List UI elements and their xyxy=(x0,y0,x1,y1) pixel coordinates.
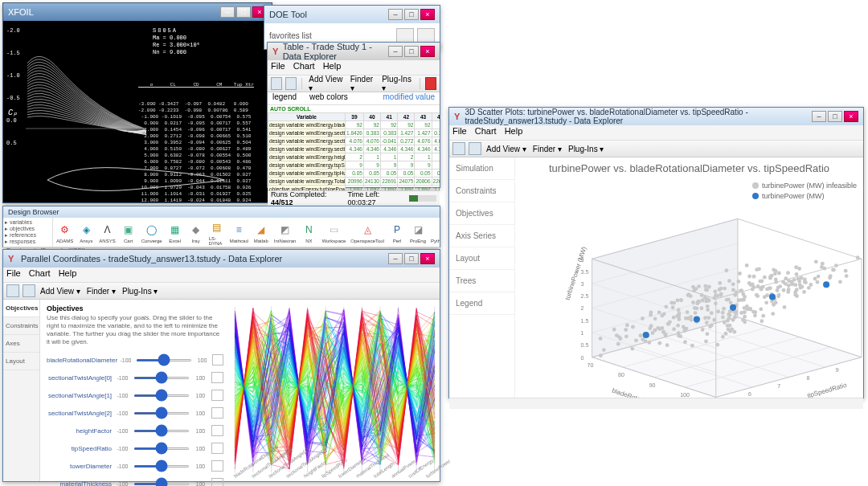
menu-help[interactable]: Help xyxy=(59,268,77,281)
minimize-button[interactable]: – xyxy=(812,111,826,122)
component-ansys[interactable]: Λ ANSYS xyxy=(99,222,115,243)
sidetab-objectives[interactable]: Objectives xyxy=(3,300,39,317)
ribbon-titlebar[interactable]: Design Browser xyxy=(3,206,440,218)
save-icon[interactable] xyxy=(452,142,465,155)
record-icon[interactable] xyxy=(425,77,436,90)
add-view-dropdown[interactable]: Add View ▾ xyxy=(39,287,82,296)
objective-slider[interactable] xyxy=(133,430,190,432)
parallel-coord-window: Y Parallel Coordinates - tradeStudy_answ… xyxy=(2,249,440,482)
scatter-3d-canvas[interactable]: 00.511.522.533.547080901001105678910turb… xyxy=(515,179,863,398)
para-titlebar[interactable]: Y Parallel Coordinates - tradeStudy_answ… xyxy=(3,250,440,268)
menu-file[interactable]: File xyxy=(271,61,285,74)
plugins-dropdown[interactable]: Plug-Ins ▾ xyxy=(380,75,415,92)
objective-slider[interactable] xyxy=(133,412,190,415)
minimize-button[interactable]: – xyxy=(388,253,403,264)
minimize-button[interactable]: – xyxy=(220,6,235,18)
minimize-button[interactable]: – xyxy=(388,46,403,57)
sidetab-constraints[interactable]: Constraints xyxy=(3,317,39,335)
add-view-dropdown[interactable]: Add View ▾ xyxy=(485,145,528,153)
table-titlebar[interactable]: Y Table - Trade Study 1 - Data Explorer … xyxy=(268,43,440,60)
component-cart[interactable]: ▣ Cart xyxy=(121,222,137,243)
sidetab-axes[interactable]: Axes xyxy=(3,335,39,353)
objective-slider[interactable] xyxy=(133,465,190,468)
sidetab-objectives[interactable]: Objectives xyxy=(449,202,514,225)
maximize-button[interactable]: □ xyxy=(236,6,251,18)
sidetab-axisseries[interactable]: Axis Series xyxy=(449,225,514,247)
maximize-button[interactable]: □ xyxy=(404,46,419,57)
objective-value-box[interactable] xyxy=(211,443,223,454)
menu-help[interactable]: Help xyxy=(505,126,523,139)
objective-slider[interactable] xyxy=(133,447,190,450)
menu-chart[interactable]: Chart xyxy=(293,61,315,74)
scatter-titlebar[interactable]: Y 3D Scatter Plots: turbinePower vs. bla… xyxy=(449,108,863,125)
component-ansys[interactable]: ◈ Ansys xyxy=(78,222,94,243)
objective-value-box[interactable] xyxy=(211,407,223,419)
component-workspace[interactable]: ▭ Workspace xyxy=(321,222,346,243)
menu-chart[interactable]: Chart xyxy=(475,126,497,139)
objective-value-box[interactable] xyxy=(211,390,223,401)
tab-legend[interactable]: legend xyxy=(272,92,297,104)
maximize-button[interactable]: □ xyxy=(404,9,419,20)
plugins-dropdown[interactable]: Plug-Ins ▾ xyxy=(121,287,159,296)
finder-dropdown[interactable]: Finder ▾ xyxy=(349,75,377,92)
objective-slider[interactable] xyxy=(133,483,190,485)
data-grid[interactable]: AUTO SCROLL Variable394041424344design v… xyxy=(268,105,440,190)
component-intnastran[interactable]: ◩ IntNastran xyxy=(274,222,297,243)
tab-webcolors[interactable]: web colors xyxy=(309,92,348,104)
component-matlab[interactable]: ◢ Matlab xyxy=(253,222,269,243)
component-python2vars[interactable]: ▶ Python2vars xyxy=(431,222,440,243)
sidetab-simulation[interactable]: Simulation xyxy=(449,157,514,180)
parallel-coord-plot[interactable]: bladeRotationalDiametersectionalTwistAng… xyxy=(230,300,440,481)
close-button[interactable]: × xyxy=(420,46,435,57)
maximize-button[interactable]: □ xyxy=(404,253,419,264)
model-tree[interactable]: ▸ variables▸ objectives▸ references▸ res… xyxy=(3,218,53,247)
scatter-plot-area[interactable]: turbinePower vs. bladeRotationalDiameter… xyxy=(515,157,863,398)
objective-value-box[interactable] xyxy=(211,460,223,472)
objective-slider[interactable] xyxy=(133,377,190,379)
doe-titlebar[interactable]: DOE Tool –□× xyxy=(264,6,440,23)
objective-slider[interactable] xyxy=(133,394,190,397)
finder-dropdown[interactable]: Finder ▾ xyxy=(85,287,117,296)
save-icon[interactable] xyxy=(271,77,282,90)
close-button[interactable]: × xyxy=(844,111,858,122)
sidetab-layout[interactable]: Layout xyxy=(449,247,514,270)
svg-point-145 xyxy=(631,325,635,329)
component-converge[interactable]: ◯ Converge xyxy=(141,222,162,243)
component-mathcad[interactable]: ≡ Mathcad xyxy=(230,222,248,243)
component-excel[interactable]: ▦ Excel xyxy=(167,222,183,243)
objective-value-box[interactable] xyxy=(211,478,223,486)
component-ls-dyna[interactable]: ▤ LS-DYNA xyxy=(209,219,225,246)
menu-file[interactable]: File xyxy=(6,268,21,281)
print-icon[interactable] xyxy=(23,284,35,297)
save-icon[interactable] xyxy=(6,284,19,297)
close-button[interactable]: × xyxy=(420,253,435,264)
component-perl[interactable]: P Perl xyxy=(389,222,405,243)
sidetab-layout[interactable]: Layout xyxy=(3,353,39,370)
close-button[interactable]: × xyxy=(420,9,435,20)
objective-slider[interactable] xyxy=(136,359,192,361)
add-view-dropdown[interactable]: Add View ▾ xyxy=(307,75,345,92)
print-icon[interactable] xyxy=(285,77,297,90)
sidetab-constraints[interactable]: Constraints xyxy=(449,180,514,202)
menu-help[interactable]: Help xyxy=(323,61,342,74)
print-icon[interactable] xyxy=(469,142,481,155)
component-proeng[interactable]: ◪ ProEng xyxy=(410,222,426,243)
menu-file[interactable]: File xyxy=(452,126,467,139)
objective-value-box[interactable] xyxy=(211,372,223,383)
doe-action-button-1[interactable] xyxy=(396,28,414,43)
sidetab-legend[interactable]: Legend xyxy=(449,292,514,315)
objective-value-box[interactable] xyxy=(212,354,223,366)
menu-chart[interactable]: Chart xyxy=(29,268,51,281)
doe-action-button-2[interactable] xyxy=(417,28,435,43)
maximize-button[interactable]: □ xyxy=(828,111,842,122)
xfoil-titlebar[interactable]: XFOIL – □ × xyxy=(3,3,272,21)
component-openspacetool[interactable]: ◬ OpenspaceTool xyxy=(350,222,384,243)
finder-dropdown[interactable]: Finder ▾ xyxy=(531,145,563,153)
component-nx[interactable]: N NX xyxy=(301,222,317,243)
component-iray[interactable]: ◆ Iray xyxy=(188,222,204,243)
objective-value-box[interactable] xyxy=(211,425,223,436)
component-adams[interactable]: ⚙ ADAMS xyxy=(56,222,73,243)
minimize-button[interactable]: – xyxy=(388,9,403,20)
plugins-dropdown[interactable]: Plug-Ins ▾ xyxy=(567,145,605,153)
sidetab-trees[interactable]: Trees xyxy=(449,270,514,292)
